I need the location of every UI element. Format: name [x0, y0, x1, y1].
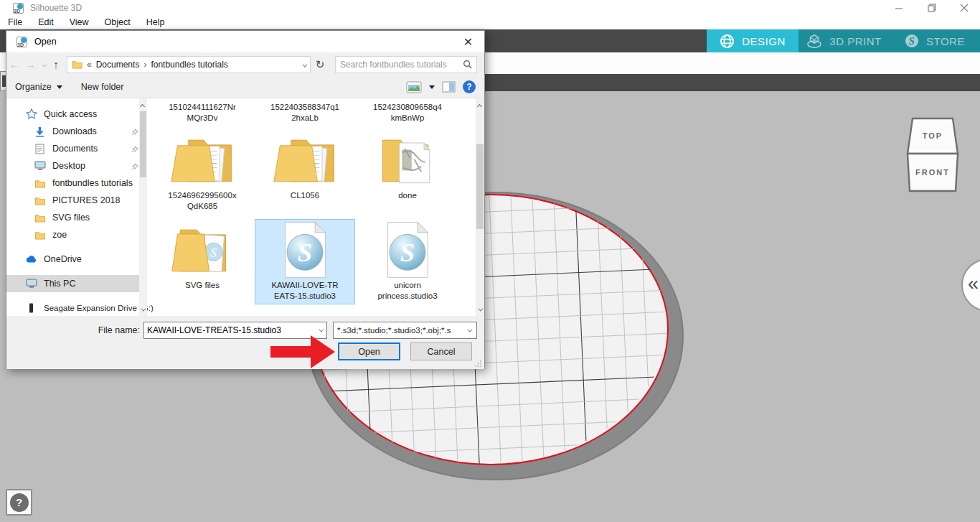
cancel-button-label: Cancel: [428, 347, 456, 357]
open-folder-pages-icon: S: [168, 221, 237, 279]
folder-icon: [34, 212, 46, 223]
sidebar-label: Downloads: [52, 126, 97, 136]
sidebar-item-quick-access[interactable]: Quick access: [6, 106, 147, 123]
file-tile-studio3-selected[interactable]: S KAWAII-LOVE-TR EATS-15.studio3: [255, 220, 354, 304]
file-type-dropdown-chevron: [462, 329, 475, 332]
sidebar-item-downloads[interactable]: Downloads: [6, 123, 147, 140]
help-button[interactable]: ?: [6, 489, 32, 516]
organize-label: Organize: [15, 82, 52, 92]
resize-grip[interactable]: [475, 360, 482, 367]
file-tile-folder[interactable]: CL1056: [255, 130, 354, 214]
sidebar-item-documents[interactable]: Documents: [6, 140, 147, 157]
search-box: [335, 56, 477, 73]
file-name: unicorn princess.studio3: [377, 280, 437, 302]
file-tile[interactable]: 1510244111627Nr MQr3Dv: [153, 101, 252, 126]
dialog-nav-bar: ← → ↑ « Documents › fontbundles tutorial…: [6, 52, 484, 76]
sidebar-item-onedrive[interactable]: OneDrive: [6, 251, 147, 268]
search-icon: [463, 60, 472, 69]
file-list-scrollbar[interactable]: [476, 98, 484, 316]
file-tile[interactable]: 1522403588347q1 2hxaLb: [255, 101, 354, 126]
folder-icon: [34, 177, 46, 189]
file-type-combo[interactable]: *.s3d;*.studio;*.studio3;*.obj;*.s: [333, 322, 477, 339]
folder-icon: [34, 229, 46, 241]
file-tile[interactable]: 1524230809658q4 kmBnWp: [358, 101, 457, 126]
change-view-icon[interactable]: [406, 81, 422, 93]
file-name-label: File name:: [75, 325, 140, 335]
mode-tabs: DESIGN 3D PRINT S STORE: [707, 29, 980, 52]
tab-3d-print-label: 3D PRINT: [829, 35, 881, 47]
file-tile-folder[interactable]: S SVG files: [153, 220, 252, 304]
sidebar-item-desktop[interactable]: Desktop: [6, 157, 147, 174]
sidebar-label: PICTURES 2018: [52, 195, 120, 205]
search-input[interactable]: [340, 60, 463, 70]
view-cube: TOP FRONT: [905, 116, 961, 194]
breadcrumb-separator: ›: [143, 60, 146, 70]
breadcrumb-current[interactable]: fontbundles tutorials: [151, 60, 227, 70]
svg-text:S: S: [400, 238, 415, 267]
open-button[interactable]: Open: [338, 342, 400, 360]
sidebar-item-fontbundles-tutorials[interactable]: fontbundles tutorials: [6, 174, 147, 192]
organize-menu[interactable]: Organize: [15, 82, 62, 92]
breadcrumb-collapsed[interactable]: «: [87, 60, 92, 70]
sidebar-item-pictures-2018[interactable]: PICTURES 2018: [6, 192, 147, 209]
file-name: done: [398, 190, 417, 201]
file-list-scrollbar-thumb[interactable]: [476, 144, 484, 229]
document-icon: [34, 143, 46, 154]
open-folder-icon: [270, 131, 339, 189]
folder-icon: [34, 195, 46, 206]
new-folder-button[interactable]: New folder: [81, 82, 124, 92]
dialog-body: Quick access Downloads Documents Desktop…: [6, 98, 484, 316]
file-name-input[interactable]: [144, 325, 314, 335]
view-dropdown-arrow-icon[interactable]: [429, 85, 435, 89]
breadcrumb-dropdown-chevron[interactable]: [302, 60, 306, 70]
open-folder-photo-icon: [373, 131, 442, 189]
tab-3d-print[interactable]: 3D PRINT: [798, 29, 890, 52]
refresh-button[interactable]: ↻: [311, 56, 329, 73]
studio3-file-icon: S: [380, 221, 435, 279]
forward-button[interactable]: →: [22, 58, 38, 70]
open-dialog: 3D Open ✕ ← → ↑ « Documents › fontbundle…: [6, 30, 485, 369]
file-name-dropdown-chevron[interactable]: [314, 329, 326, 332]
file-list: 1510244111627Nr MQr3Dv 1522403588347q1 2…: [147, 98, 484, 316]
sidebar-label: fontbundles tutorials: [52, 178, 133, 188]
view-cube-top-label: TOP: [923, 131, 943, 140]
file-tile-folder[interactable]: 15246962995600x QdK685: [153, 130, 252, 214]
breadcrumb[interactable]: « Documents › fontbundles tutorials: [67, 56, 311, 73]
breadcrumb-documents[interactable]: Documents: [96, 60, 140, 70]
preview-pane-icon[interactable]: [442, 81, 456, 93]
file-row-1: 15246962995600x QdK685 CL1056: [153, 130, 474, 214]
sidebar-label: Seagate Expansion Drive (G:): [44, 304, 154, 312]
file-row-2: S SVG files S KAWAII-LOVE-TR EATS-15.stu…: [153, 220, 474, 304]
monitor-icon: [25, 278, 37, 289]
globe-icon: [720, 34, 735, 49]
up-button[interactable]: ↑: [48, 58, 64, 70]
sidebar-item-seagate-drive[interactable]: Seagate Expansion Drive (G:): [6, 299, 147, 317]
file-row-clipped: 1510244111627Nr MQr3Dv 1522403588347q1 2…: [153, 101, 474, 126]
sidebar-scrollbar[interactable]: [139, 98, 147, 316]
dialog-close-button[interactable]: ✕: [452, 31, 484, 52]
sidebar-item-zoe[interactable]: zoe: [6, 226, 147, 243]
question-mark-icon: ?: [10, 493, 29, 512]
cancel-button[interactable]: Cancel: [410, 342, 472, 360]
file-type-value: *.s3d;*.studio;*.studio3;*.obj;*.s: [337, 326, 462, 335]
sidebar-scrollbar-thumb[interactable]: [140, 111, 146, 177]
recent-locations-chevron[interactable]: [38, 60, 48, 70]
monitor-icon: [34, 160, 46, 172]
file-name: CL1056: [291, 190, 319, 201]
pin-icon: [131, 128, 138, 138]
sidebar-item-svg-files[interactable]: SVG files: [6, 209, 147, 226]
svg-text:S: S: [209, 246, 217, 260]
back-button[interactable]: ←: [6, 58, 22, 70]
dropdown-arrow-icon: [57, 85, 62, 89]
dialog-footer: File name: *.s3d;*.studio;*.studio3;*.ob…: [6, 316, 484, 369]
tab-design[interactable]: DESIGN: [707, 29, 798, 52]
dialog-help-icon[interactable]: ?: [463, 80, 476, 93]
svg-text:S: S: [909, 35, 915, 47]
file-tile-studio3[interactable]: S unicorn princess.studio3: [358, 220, 457, 304]
tab-store[interactable]: S STORE: [890, 29, 980, 52]
sidebar-label: This PC: [44, 279, 75, 289]
tab-store-label: STORE: [926, 35, 965, 47]
tab-design-label: DESIGN: [742, 35, 786, 47]
file-tile-folder[interactable]: done: [358, 130, 457, 214]
sidebar-item-this-pc[interactable]: This PC: [6, 275, 147, 292]
